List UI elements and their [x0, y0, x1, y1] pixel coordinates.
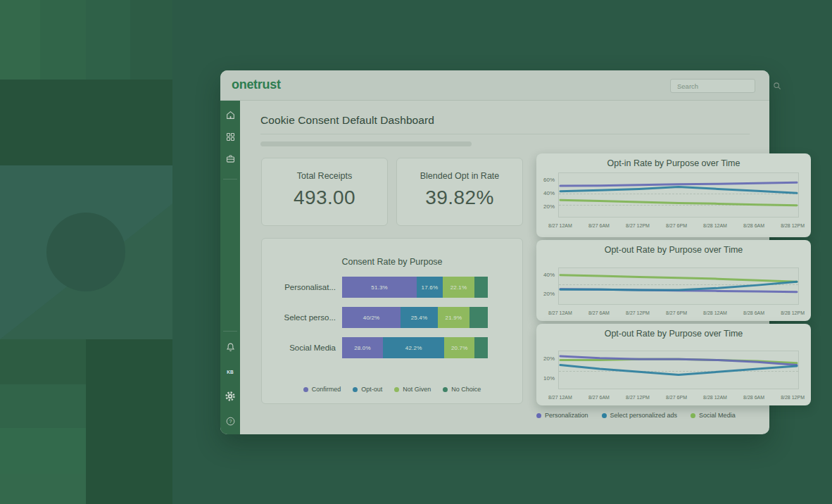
bar-row-label: Personalisat... [270, 283, 342, 291]
apps-grid-icon[interactable] [224, 130, 237, 143]
x-axis-tick: 8/27 6AM [588, 223, 610, 228]
bar-track: 40/2%25.4%21.9% [342, 307, 488, 328]
search-box[interactable] [670, 79, 755, 93]
chart-title: Consent Rate by Purpose [262, 257, 522, 267]
line-series [559, 351, 798, 389]
x-axis-labels: 8/27 12AM8/27 6AM8/27 12PM8/27 6PM8/28 1… [548, 395, 805, 400]
sidebar-divider [223, 331, 237, 332]
x-axis-tick: 8/27 12AM [548, 395, 572, 400]
kpi-card-blended-opt-in: Blended Opt in Rate 39.82% [396, 158, 523, 226]
bar-track: 28.0%42.2%20.7% [342, 337, 488, 358]
x-axis-tick: 8/28 12PM [781, 223, 805, 228]
legend-label: Personalization [545, 412, 588, 419]
x-axis-tick: 8/27 6AM [588, 310, 610, 315]
bg-circle [46, 213, 125, 291]
legend-dot-icon [353, 387, 358, 392]
search-input[interactable] [671, 82, 773, 90]
legend-item: No Choice [443, 386, 481, 393]
bar-segment-not-given: 21.9% [438, 307, 469, 328]
x-axis-tick: 8/27 12PM [626, 310, 650, 315]
x-axis-tick: 8/27 6PM [666, 223, 687, 228]
x-axis-tick: 8/28 6AM [743, 395, 764, 400]
bg-strip [0, 0, 40, 80]
line-series [559, 268, 798, 304]
y-axis-tick: 60% [536, 177, 555, 183]
x-axis-tick: 8/28 6AM [743, 223, 764, 228]
app-window: onetrust [220, 70, 769, 434]
bar-row: Select perso...40/2%25.4%21.9% [262, 307, 522, 328]
x-axis-tick: 8/27 12AM [548, 223, 572, 228]
svg-text:?: ? [229, 419, 232, 424]
series-social-media [560, 200, 797, 206]
title-divider [260, 134, 750, 134]
y-axis-tick: 40% [536, 190, 555, 196]
bar-segment-not-given: 20.7% [444, 337, 474, 358]
y-axis-tick: 40% [536, 272, 555, 278]
page-title: Cookie Consent Default Dashboard [260, 114, 434, 127]
legend-dot-icon [691, 413, 695, 418]
stacked-bar-chart: Personalisat...51.3%17.6%22.1%Select per… [262, 277, 522, 367]
series-select-personalized-ads [560, 282, 797, 290]
series-social-media [560, 275, 797, 282]
legend-dot-icon [443, 387, 448, 392]
bar-segment-confirmed: 28.0% [342, 337, 383, 358]
bar-segment-opt-out: 25.4% [401, 307, 438, 328]
bar-segment-no-choice [469, 307, 488, 328]
legend-label: No Choice [451, 386, 481, 393]
y-axis-tick: 10% [536, 375, 555, 382]
chart-title: Opt-in Rate by Purpose over Time [536, 158, 811, 168]
briefcase-icon[interactable] [224, 152, 237, 165]
x-axis-tick: 8/27 6PM [666, 310, 687, 315]
line-chart-plot: 60%40%20% [558, 172, 799, 218]
legend-label: Not Given [403, 386, 431, 393]
bar-track: 51.3%17.6%22.1% [342, 277, 488, 298]
legend-label: Select personalized ads [610, 412, 678, 419]
bg-strip [40, 0, 86, 80]
search-icon [773, 82, 781, 90]
kpi-value: 493.00 [262, 187, 387, 209]
home-icon[interactable] [224, 108, 237, 121]
x-axis-tick: 8/28 6AM [743, 310, 764, 315]
x-axis-labels: 8/27 12AM8/27 6AM8/27 12PM8/27 6PM8/28 1… [548, 310, 805, 315]
kpi-card-total-receipts: Total Receipts 493.00 [261, 158, 388, 226]
bar-segment-not-given: 22.1% [443, 277, 475, 298]
app-header: onetrust [220, 70, 769, 101]
bar-segment-confirmed: 51.3% [342, 277, 417, 298]
series-personalization [560, 182, 797, 186]
bg-strip [0, 474, 86, 504]
x-axis-tick: 8/28 12AM [703, 395, 727, 400]
user-avatar[interactable]: KB [225, 366, 236, 377]
legend-dot-icon [536, 413, 541, 418]
opt-in-rate-card: Opt-in Rate by Purpose over Time 60%40%2… [536, 153, 811, 237]
bar-row-label: Social Media [270, 344, 342, 352]
legend-item: Not Given [394, 386, 431, 393]
chart-title: Opt-out Rate by Purpose over Time [536, 245, 811, 255]
settings-gear-icon[interactable] [224, 390, 237, 403]
y-axis-tick: 20% [536, 355, 555, 362]
bg-rect [0, 80, 172, 165]
bar-segment-no-choice [474, 277, 488, 298]
bg-strip [0, 428, 86, 474]
x-axis-tick: 8/27 6PM [666, 395, 687, 400]
x-axis-tick: 8/28 12PM [781, 395, 805, 400]
opt-out-rate-card-2: Opt-out Rate by Purpose over Time 20%10%… [536, 324, 811, 405]
x-axis-labels: 8/27 12AM8/27 6AM8/27 12PM8/27 6PM8/28 1… [548, 223, 805, 228]
series-select-personalized-ads [560, 365, 797, 375]
line-chart-plot: 20%10% [558, 351, 799, 389]
legend-label: Social Media [699, 412, 736, 419]
notifications-bell-icon[interactable] [224, 341, 237, 353]
line-chart-plot: 40%20% [558, 267, 799, 305]
bg-rect [86, 339, 172, 504]
help-icon[interactable]: ? [224, 415, 237, 427]
consent-rate-card: Consent Rate by Purpose Personalisat...5… [261, 238, 523, 404]
chart-legend: ConfirmedOpt-outNot GivenNo Choice [262, 386, 522, 393]
bar-segment-opt-out: 42.2% [383, 337, 444, 358]
kpi-label: Total Receipts [262, 171, 387, 181]
x-axis-tick: 8/27 12PM [626, 223, 650, 228]
loading-bar [260, 141, 472, 146]
x-axis-tick: 8/27 12PM [626, 395, 650, 400]
x-axis-tick: 8/28 12AM [703, 223, 727, 228]
legend-dot-icon [303, 387, 308, 392]
bg-strip [0, 384, 86, 428]
legend-item: Personalization [536, 412, 588, 419]
